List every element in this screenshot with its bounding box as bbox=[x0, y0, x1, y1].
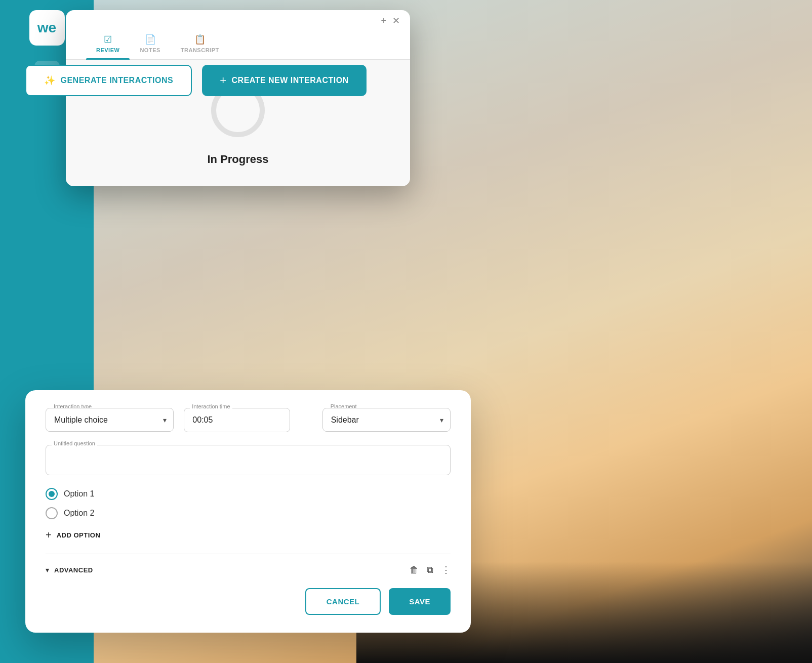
transcript-tab-label: TRANSCRIPT bbox=[181, 47, 219, 53]
review-tab-label: REVIEW bbox=[96, 47, 119, 53]
add-option-label: ADD OPTION bbox=[57, 531, 101, 539]
modal-buttons: CANCEL SAVE bbox=[46, 588, 451, 615]
option-item-1: Option 1 bbox=[46, 488, 451, 500]
create-label: CREATE NEW INTERACTION bbox=[232, 76, 349, 85]
create-interaction-button[interactable]: + CREATE NEW INTERACTION bbox=[202, 65, 367, 96]
review-tab-icon: ☑ bbox=[104, 34, 112, 45]
logo[interactable]: we bbox=[29, 10, 65, 46]
interaction-type-select[interactable]: Multiple choice True/False Short answer … bbox=[46, 408, 174, 432]
generate-label: GENERATE INTERACTIONS bbox=[61, 76, 174, 85]
transcript-tab-icon: 📋 bbox=[194, 34, 206, 45]
window-chrome: + ✕ bbox=[66, 10, 410, 25]
radio-option-2[interactable] bbox=[46, 507, 58, 519]
generate-interactions-button[interactable]: ✨ GENERATE INTERACTIONS bbox=[25, 65, 192, 96]
action-buttons-row: ✨ GENERATE INTERACTIONS + CREATE NEW INT… bbox=[25, 65, 367, 96]
options-list: Option 1 Option 2 bbox=[46, 488, 451, 519]
duplicate-icon[interactable]: ⧉ bbox=[427, 565, 433, 575]
status-text: In Progress bbox=[207, 153, 268, 166]
divider bbox=[46, 554, 451, 554]
chevron-down-icon: ▾ bbox=[46, 566, 49, 574]
interaction-type-select-wrapper: Multiple choice True/False Short answer … bbox=[46, 408, 174, 432]
add-option-icon: + bbox=[46, 529, 52, 541]
question-field-label: Untitled question bbox=[52, 440, 97, 446]
wand-icon: ✨ bbox=[44, 75, 56, 86]
tab-bar: ☑ REVIEW 📄 NOTES 📋 TRANSCRIPT bbox=[66, 28, 410, 60]
more-options-icon[interactable]: ⋮ bbox=[441, 564, 451, 575]
interaction-time-field: Interaction time 00:05 bbox=[184, 408, 312, 432]
option-item-2: Option 2 bbox=[46, 507, 451, 519]
radio-option-1[interactable] bbox=[46, 488, 58, 500]
notes-tab-label: NOTES bbox=[140, 47, 160, 53]
tab-transcript[interactable]: 📋 TRANSCRIPT bbox=[171, 28, 229, 59]
option-2-label: Option 2 bbox=[64, 509, 94, 518]
placement-select[interactable]: Sidebar Overlay Banner bbox=[322, 408, 451, 432]
interaction-time-input[interactable]: 00:05 bbox=[184, 408, 290, 432]
main-panel: + ✕ ☑ REVIEW 📄 NOTES 📋 TRANSCRIPT In Pro… bbox=[66, 10, 410, 186]
advanced-toggle[interactable]: ▾ ADVANCED bbox=[46, 566, 93, 574]
create-interaction-modal: Interaction type Multiple choice True/Fa… bbox=[25, 390, 471, 633]
radio-dot-1 bbox=[49, 491, 55, 497]
advanced-label: ADVANCED bbox=[54, 566, 93, 574]
save-button[interactable]: SAVE bbox=[389, 588, 451, 615]
logo-text: we bbox=[37, 20, 56, 36]
interaction-type-field: Interaction type Multiple choice True/Fa… bbox=[46, 408, 174, 432]
add-option-button[interactable]: + ADD OPTION bbox=[46, 529, 451, 541]
tab-notes[interactable]: 📄 NOTES bbox=[130, 28, 170, 59]
plus-icon: + bbox=[220, 74, 226, 87]
cancel-button[interactable]: CANCEL bbox=[305, 588, 381, 615]
window-close-button[interactable]: ✕ bbox=[392, 16, 400, 25]
advanced-actions: 🗑 ⧉ ⋮ bbox=[410, 564, 451, 575]
advanced-section: ▾ ADVANCED 🗑 ⧉ ⋮ bbox=[46, 564, 451, 575]
option-1-label: Option 1 bbox=[64, 489, 94, 499]
form-fields-row: Interaction type Multiple choice True/Fa… bbox=[46, 408, 451, 432]
placement-select-wrapper: Sidebar Overlay Banner ▾ bbox=[322, 408, 451, 432]
interaction-time-label: Interaction time bbox=[190, 403, 232, 409]
delete-icon[interactable]: 🗑 bbox=[410, 565, 419, 575]
tab-review[interactable]: ☑ REVIEW bbox=[86, 28, 130, 59]
question-group: Untitled question bbox=[46, 445, 451, 475]
placement-field: Placement Sidebar Overlay Banner ▾ bbox=[322, 408, 451, 432]
question-input[interactable] bbox=[46, 445, 451, 475]
notes-tab-icon: 📄 bbox=[145, 34, 156, 45]
window-plus-button[interactable]: + bbox=[381, 16, 386, 25]
